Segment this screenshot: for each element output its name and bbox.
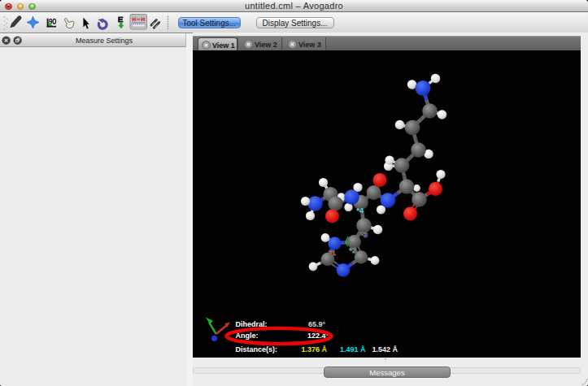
svg-text:Distance(s):: Distance(s): bbox=[236, 345, 278, 353]
svg-text:*4: *4 bbox=[357, 206, 364, 215]
svg-text:1.542 Å: 1.542 Å bbox=[372, 345, 399, 353]
svg-text:*2: *2 bbox=[350, 246, 357, 254]
svg-text:65.9°: 65.9° bbox=[308, 320, 326, 328]
svg-text:*1: *1 bbox=[329, 249, 336, 257]
svg-text:*3: *3 bbox=[361, 231, 368, 239]
svg-text:1.376 Å: 1.376 Å bbox=[302, 345, 328, 353]
svg-text:1.491 Å: 1.491 Å bbox=[340, 345, 366, 353]
